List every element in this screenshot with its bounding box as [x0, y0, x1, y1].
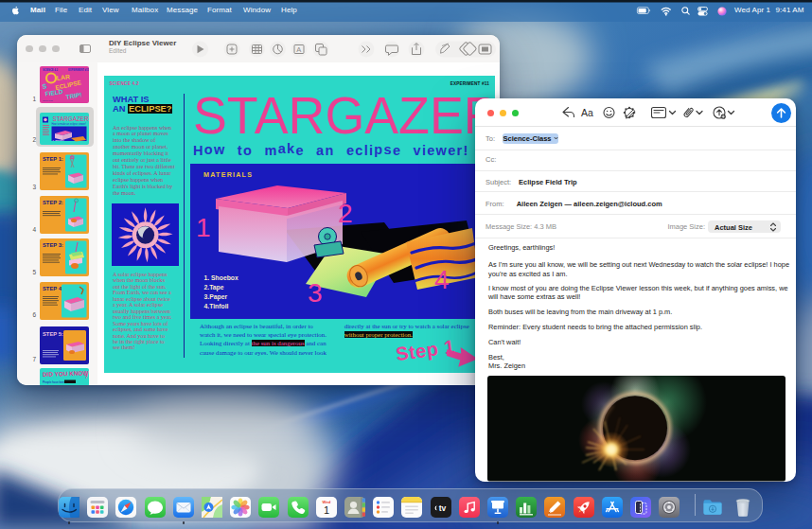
svg-text:1. Shoebox: 1. Shoebox — [203, 274, 238, 281]
svg-text:STEP 3:: STEP 3: — [43, 242, 63, 248]
svg-text:STARGAZER: STARGAZER — [53, 115, 89, 122]
svg-text:A: A — [296, 45, 301, 54]
svg-text:4: 4 — [434, 265, 450, 294]
svg-text:MATERIALS: MATERIALS — [203, 170, 253, 179]
svg-text:1. Shoebox: 1. Shoebox — [53, 138, 65, 141]
svg-text:EXPERIMENT #11: EXPERIMENT #11 — [68, 68, 89, 72]
svg-text:2.Tape: 2.Tape — [203, 284, 223, 291]
svg-text:4.Tinfoil: 4.Tinfoil — [203, 303, 228, 309]
svg-text:People have been: People have been — [43, 379, 66, 383]
svg-text:tv: tv — [438, 503, 446, 513]
svg-text:STEP 4:: STEP 4: — [43, 285, 63, 291]
svg-text:STEP 2:: STEP 2: — [43, 200, 63, 205]
svg-text:1: 1 — [196, 213, 211, 242]
svg-text:3: 3 — [308, 278, 323, 308]
svg-text:STEP 1:: STEP 1: — [43, 156, 63, 162]
svg-text:Wed 1 p.m.: Wed 1 p.m. — [43, 99, 54, 101]
svg-text:STEP 5:: STEP 5: — [43, 330, 63, 336]
svg-text:2: 2 — [338, 199, 353, 228]
svg-text:Aa: Aa — [581, 107, 593, 118]
svg-text:LAR: LAR — [56, 74, 70, 81]
svg-text:?: ? — [84, 374, 88, 379]
svg-text:3.Paper: 3.Paper — [203, 293, 227, 301]
svg-text:1: 1 — [324, 504, 329, 516]
svg-text:SCIENCE 4.2: SCIENCE 4.2 — [43, 68, 58, 72]
svg-text:How to make an eclipse viewer!: How to make an eclipse viewer! — [52, 122, 87, 126]
